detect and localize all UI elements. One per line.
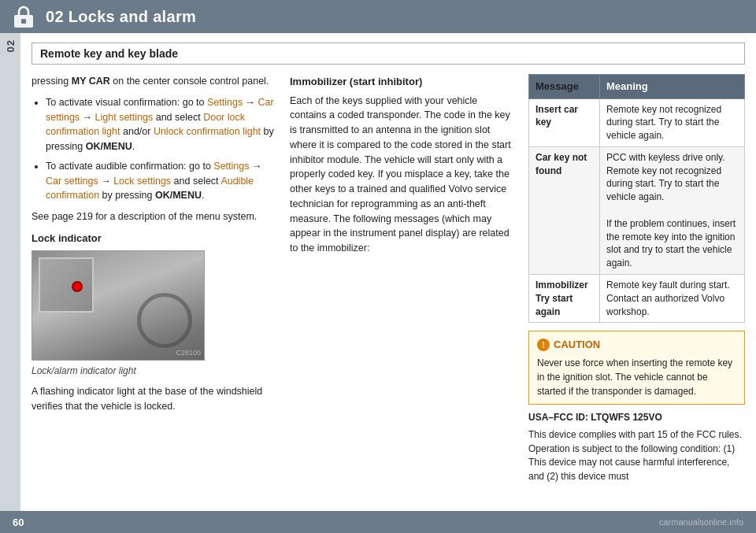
see-page-text: See page 219 for a description of the me… bbox=[32, 209, 276, 224]
table-row: Immobilizer Try start again Remote key f… bbox=[529, 275, 745, 323]
settings-link-1: Settings bbox=[207, 97, 243, 108]
flashing-text: A flashing indicator light at the base o… bbox=[32, 384, 276, 414]
ok-menu-bold-2: OK/MENU bbox=[155, 190, 202, 201]
caution-body: Never use force when inserting the remot… bbox=[537, 357, 732, 397]
table-header-message: Message bbox=[529, 75, 600, 99]
fcc-body: This device complies with part 15 of the… bbox=[528, 428, 745, 483]
table-cell-meaning-2: PCC with keyless drive only. Remote key … bbox=[600, 146, 745, 274]
car-settings-link-2: Car settings bbox=[46, 176, 98, 187]
immobilizer-table: Message Meaning Insert car key Remote ke… bbox=[528, 74, 745, 323]
table-cell-meaning-1: Remote key not recognized during start. … bbox=[600, 98, 745, 146]
caution-box: ! CAUTION Never use force when inserting… bbox=[528, 331, 745, 405]
sidebar-tab: 02 bbox=[0, 33, 20, 511]
page-layout: 02 Remote key and key blade pressing MY … bbox=[0, 33, 756, 511]
lock-settings-link: Lock settings bbox=[113, 176, 171, 187]
table-header-meaning: Meaning bbox=[600, 75, 745, 99]
table-cell-meaning-3: Remote key fault during start. Contact a… bbox=[600, 275, 745, 323]
settings-link-2: Settings bbox=[213, 161, 249, 172]
table-row: Car key not found PCC with keyless drive… bbox=[529, 146, 745, 274]
bullet-list: To activate visual confirmation: go to S… bbox=[32, 95, 276, 203]
intro-paragraph: pressing MY CAR on the center console co… bbox=[32, 74, 276, 89]
lock-indicator-heading: Lock indicator bbox=[32, 231, 276, 246]
ok-menu-bold-1: OK/MENU bbox=[86, 141, 132, 152]
bullet-item-2: To activate audible confirmation: go to … bbox=[46, 159, 276, 203]
page-footer: 60 carmanualsonline.info bbox=[0, 511, 756, 533]
table-cell-message-3: Immobilizer Try start again bbox=[529, 275, 600, 323]
lock-indicator-caption: Lock/alarm indicator light bbox=[32, 364, 276, 378]
fcc-id-bold: USA–FCC ID: LTQWFS 125VO bbox=[528, 412, 662, 423]
main-content: Remote key and key blade pressing MY CAR… bbox=[20, 33, 756, 511]
immobilizer-body: Each of the keys supplied with your vehi… bbox=[290, 94, 514, 256]
image-background: C28100 bbox=[32, 251, 204, 360]
page-number: 60 bbox=[13, 516, 24, 528]
section-title: Remote key and key blade bbox=[32, 43, 745, 65]
page-title: 02 Locks and alarm bbox=[46, 8, 196, 26]
light-settings-link: Light settings bbox=[95, 112, 154, 123]
table-row: Insert car key Remote key not recognized… bbox=[529, 98, 745, 146]
footer-watermark: carmanualsonline.info bbox=[659, 517, 743, 527]
caution-title: CAUTION bbox=[554, 337, 600, 353]
inset-box bbox=[39, 257, 94, 313]
caution-icon: ! bbox=[537, 339, 550, 351]
middle-column: Immobilizer (start inhibitor) Each of th… bbox=[290, 74, 514, 505]
caution-header: ! CAUTION bbox=[537, 337, 736, 353]
steering-wheel bbox=[137, 293, 192, 348]
table-cell-message-1: Insert car key bbox=[529, 98, 600, 146]
table-cell-message-2: Car key not found bbox=[529, 146, 600, 274]
left-column: pressing MY CAR on the center console co… bbox=[32, 74, 276, 505]
bullet-item-1: To activate visual confirmation: go to S… bbox=[46, 95, 276, 154]
fcc-id-line: USA–FCC ID: LTQWFS 125VO bbox=[528, 411, 745, 424]
right-column: Message Meaning Insert car key Remote ke… bbox=[528, 74, 745, 505]
sidebar-tab-label: 02 bbox=[5, 39, 17, 52]
two-column-layout: pressing MY CAR on the center console co… bbox=[32, 74, 745, 505]
svg-point-2 bbox=[22, 19, 25, 22]
image-watermark: C28100 bbox=[176, 348, 201, 359]
lock-indicator-image: C28100 bbox=[32, 250, 205, 361]
immobilizer-title: Immobilizer (start inhibitor) bbox=[290, 74, 514, 90]
unlock-confirm-link: Unlock confirmation light bbox=[154, 126, 261, 137]
lock-icon bbox=[11, 4, 36, 29]
my-car-bold: MY CAR bbox=[72, 76, 110, 87]
page-header: 02 Locks and alarm bbox=[0, 0, 756, 33]
